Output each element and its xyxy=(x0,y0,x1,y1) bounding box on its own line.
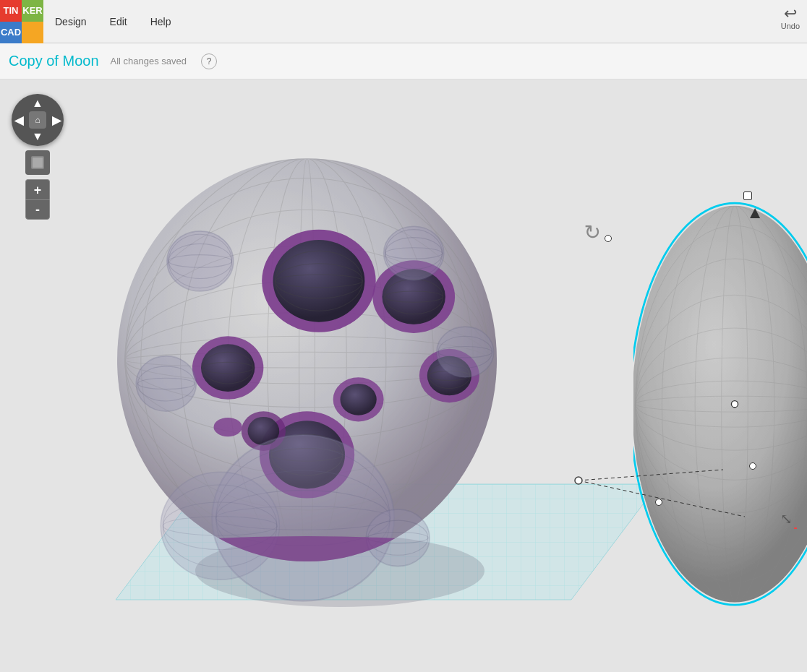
compass-arrow-right: ▶ xyxy=(52,113,61,127)
svg-point-39 xyxy=(340,384,376,415)
compass-arrow-left: ◀ xyxy=(14,113,23,127)
svg-point-18 xyxy=(273,240,365,322)
nav-edit[interactable]: Edit xyxy=(98,0,139,43)
3d-scene[interactable]: ▲ ↺ ⤡ xyxy=(0,79,807,672)
viewport-nav-controls: ▲ ▼ ◀ ▶ ⌂ + - xyxy=(12,94,64,220)
selection-edge-indicator xyxy=(794,514,797,529)
tinkercad-logo[interactable]: TIN KER CAD xyxy=(0,0,43,43)
undo-icon: ↩ xyxy=(784,6,797,22)
logo-cell-tin: TIN xyxy=(0,0,22,22)
rotate-handle[interactable]: ↺ xyxy=(578,220,601,244)
zoom-controls: + - xyxy=(25,179,64,220)
header: TIN KER CAD Design Edit Help ↩ Undo xyxy=(0,0,807,43)
svg-point-55 xyxy=(384,226,444,280)
undo-button[interactable]: ↩ Undo xyxy=(781,6,800,30)
svg-point-69 xyxy=(213,418,242,436)
compass-center[interactable]: ⌂ xyxy=(29,111,46,129)
view-cube-button[interactable] xyxy=(25,150,50,175)
svg-point-83 xyxy=(731,401,738,408)
nav-design[interactable]: Design xyxy=(43,0,98,43)
nav-menus: Design Edit Help xyxy=(43,0,183,43)
compass-arrow-down: ▼ xyxy=(32,130,43,143)
zoom-out-button[interactable]: - xyxy=(25,199,50,220)
project-title[interactable]: Copy of Moon xyxy=(9,53,99,69)
secondary-sphere[interactable] xyxy=(633,166,807,629)
nav-help[interactable]: Help xyxy=(139,0,183,43)
title-bar: Copy of Moon All changes saved ? xyxy=(0,43,807,79)
compass-arrow-up: ▲ xyxy=(32,97,43,110)
compass-control[interactable]: ▲ ▼ ◀ ▶ ⌂ xyxy=(12,94,64,146)
svg-point-31 xyxy=(201,344,255,392)
selection-handle-top-right[interactable] xyxy=(743,191,752,200)
selection-handle-bottom-left[interactable] xyxy=(749,462,756,470)
undo-label: Undo xyxy=(781,22,800,30)
home-icon: ⌂ xyxy=(35,115,40,125)
svg-point-51 xyxy=(167,231,234,291)
svg-point-59 xyxy=(136,356,196,412)
logo-cell-empty xyxy=(22,22,43,43)
zoom-in-button[interactable]: + xyxy=(25,179,50,199)
cube-icon xyxy=(31,156,44,169)
scale-handle[interactable]: ⤡ xyxy=(780,510,793,527)
north-arrow: ▲ xyxy=(746,202,764,223)
logo-cell-ker: KER xyxy=(22,0,43,22)
svg-point-47 xyxy=(161,472,279,580)
moon-object[interactable] xyxy=(101,123,521,629)
save-status: All changes saved xyxy=(111,56,187,66)
selection-handle-top-left[interactable] xyxy=(605,235,612,242)
help-badge[interactable]: ? xyxy=(201,53,217,69)
viewport-canvas[interactable]: ▲ ↺ ⤡ ▲ ▼ ◀ ▶ ⌂ + - xyxy=(0,79,807,672)
logo-cell-cad: CAD xyxy=(0,22,22,43)
svg-point-62 xyxy=(437,327,494,377)
selection-handle-bottom-center[interactable] xyxy=(655,499,662,506)
